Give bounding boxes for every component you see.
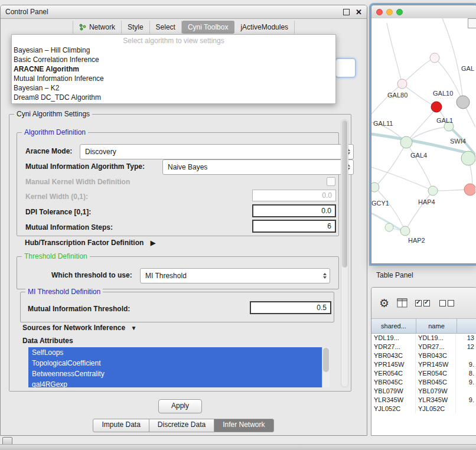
- network-edge[interactable]: [374, 187, 403, 227]
- hub-definition-label: Hub/Transcription Factor Definition: [25, 239, 144, 247]
- table-row[interactable]: YDR27...YDR27...12: [371, 343, 476, 351]
- cyni-algorithm-settings-group: Cyni Algorithm Settings Algorithm Defini…: [9, 114, 351, 392]
- tab-jactivemodules[interactable]: jActiveModules: [234, 21, 295, 34]
- column-header[interactable]: shared...: [371, 319, 416, 333]
- table-cell: YBR043C: [371, 351, 416, 360]
- attribute-item-selected[interactable]: gal4RGexp: [28, 379, 322, 387]
- mi-algorithm-type-label: Mutual Information Algorithm Type:: [25, 162, 145, 171]
- bottom-tabbar: Impute Data Discretize Data Infer Networ…: [1, 419, 367, 432]
- network-edge[interactable]: [371, 84, 402, 114]
- window-bottom-edge: [0, 444, 476, 450]
- partially-hidden-spinner-field[interactable]: [335, 58, 356, 78]
- minimize-traffic-light-icon[interactable]: [386, 9, 393, 15]
- network-node[interactable]: [457, 96, 470, 109]
- tab-discretize-data[interactable]: Discretize Data: [149, 419, 214, 432]
- network-node[interactable]: [400, 136, 412, 148]
- network-node-label: GAL10: [433, 90, 453, 97]
- dropdown-item[interactable]: Bayesian – Hill Climbing: [12, 45, 335, 55]
- list-scrollbar[interactable]: [322, 347, 330, 387]
- close-icon[interactable]: ✕: [356, 8, 362, 16]
- network-node[interactable]: [385, 223, 393, 231]
- tab-select[interactable]: Select: [150, 21, 182, 34]
- tab-network[interactable]: Network: [73, 21, 122, 34]
- control-panel-window: Control Panel ✕ Network Style Select Cyn…: [0, 5, 367, 436]
- manual-kernel-width-label: Manual Kernel Width Definition: [25, 178, 130, 186]
- settings-scrollbar[interactable]: [341, 119, 348, 387]
- column-selector-icon[interactable]: [397, 298, 407, 308]
- sources-toggle[interactable]: Sources for Network Inference ▼: [22, 324, 136, 332]
- tab-label: Style: [128, 23, 144, 31]
- selected-value: MI Threshold: [145, 272, 187, 280]
- birdseye-view-box[interactable]: [468, 18, 476, 28]
- network-edge[interactable]: [402, 58, 433, 84]
- table-row[interactable]: YLR345WYLR345W9.: [371, 396, 476, 405]
- network-node[interactable]: [400, 226, 410, 236]
- zoom-traffic-light-icon[interactable]: [396, 9, 403, 15]
- attribute-item-selected[interactable]: TopologicalCoefficient: [28, 358, 322, 369]
- column-header[interactable]: name: [416, 319, 457, 333]
- table-row[interactable]: YBR045CYBR045C9.: [371, 378, 476, 387]
- network-edge[interactable]: [442, 18, 462, 96]
- network-canvas-svg: GAL80GALGAL10GAL11GAL1SWI4GAL4GCY1HAP4HA…: [371, 18, 475, 263]
- gear-icon[interactable]: ⚙: [379, 298, 389, 309]
- tab-style[interactable]: Style: [122, 21, 150, 34]
- network-node[interactable]: [464, 184, 475, 195]
- network-edge[interactable]: [376, 142, 406, 186]
- aracne-mode-select[interactable]: Discovery: [80, 144, 354, 159]
- hub-definition-toggle[interactable]: Hub/Transcription Factor Definition ▶: [25, 239, 155, 247]
- network-node[interactable]: [461, 151, 475, 165]
- table-cell: YDL19...: [371, 334, 416, 343]
- deselect-all-checkboxes-icon[interactable]: [439, 300, 456, 306]
- table-cell: [456, 387, 476, 396]
- selected-value: Naive Bayes: [168, 163, 207, 171]
- which-threshold-select[interactable]: MI Threshold: [140, 268, 330, 283]
- mi-algorithm-type-select[interactable]: Naive Bayes: [162, 159, 354, 175]
- table-body: YDL19...YDL19...13YDR27...YDR27...12YBR0…: [371, 334, 476, 413]
- network-node-label: GAL: [461, 65, 474, 72]
- network-node[interactable]: [397, 79, 407, 89]
- network-node-label: GAL11: [373, 120, 393, 127]
- network-node[interactable]: [431, 102, 442, 112]
- table-row[interactable]: YJL052CYJL052C: [371, 405, 476, 413]
- dropdown-item[interactable]: Dream8 DC_TDC Algorithm: [12, 93, 335, 102]
- dropdown-item[interactable]: Basic Correlation Inference: [12, 55, 335, 64]
- tab-label: Select: [156, 23, 175, 31]
- dropdown-item-selected[interactable]: ARACNE Algorithm: [12, 64, 335, 74]
- network-edge[interactable]: [371, 167, 431, 190]
- mi-steps-field[interactable]: 6: [252, 220, 336, 233]
- column-header[interactable]: [457, 319, 476, 333]
- network-node[interactable]: [428, 186, 438, 195]
- kernel-width-label: Kernel Width (0,1):: [25, 193, 88, 201]
- network-node[interactable]: [371, 182, 379, 192]
- table-cell: 9.: [456, 378, 476, 387]
- network-tab-icon: [79, 24, 86, 31]
- tab-impute-data[interactable]: Impute Data: [93, 419, 149, 432]
- mi-threshold-field[interactable]: 0.5: [250, 301, 331, 314]
- tab-infer-network[interactable]: Infer Network: [214, 419, 273, 432]
- tab-cyni-toolbox[interactable]: Cyni Toolbox: [182, 21, 234, 34]
- close-traffic-light-icon[interactable]: [376, 9, 383, 15]
- table-row[interactable]: YBR043CYBR043C: [371, 351, 476, 360]
- apply-button[interactable]: Apply: [158, 399, 202, 413]
- manual-kernel-width-checkbox[interactable]: [327, 177, 335, 186]
- select-all-checkboxes-icon[interactable]: [415, 300, 432, 306]
- table-row[interactable]: YDL19...YDL19...13: [371, 334, 476, 343]
- table-row[interactable]: YPR145WYPR145W9.: [371, 360, 476, 369]
- table-row[interactable]: YBL079WYBL079W: [371, 387, 476, 396]
- control-panel-tabbar: Network Style Select Cyni Toolbox jActiv…: [1, 19, 367, 35]
- dpi-tolerance-field[interactable]: 0.0: [252, 204, 336, 217]
- mi-steps-label: Mutual Information Steps:: [25, 223, 113, 231]
- network-edge[interactable]: [387, 23, 402, 84]
- network-node[interactable]: [430, 53, 439, 63]
- table-panel-window: ⚙ shared... name YDL19...YDL19...13YDR27…: [371, 287, 476, 436]
- attribute-item-selected[interactable]: SelfLoops: [28, 347, 322, 358]
- table-row[interactable]: YER054CYER054C8.: [371, 369, 476, 378]
- network-canvas[interactable]: GAL80GALGAL10GAL11GAL1SWI4GAL4GCY1HAP4HA…: [371, 18, 476, 263]
- dropdown-item[interactable]: Bayesian – K2: [12, 83, 335, 93]
- table-cell: 12: [456, 343, 476, 351]
- kernel-width-field[interactable]: 0.0: [252, 190, 336, 201]
- network-edge[interactable]: [406, 191, 433, 229]
- dropdown-item[interactable]: Mutual Information Inference: [12, 74, 335, 83]
- attribute-item-selected[interactable]: BetweennessCentrality: [28, 369, 322, 379]
- float-window-icon[interactable]: [343, 9, 350, 15]
